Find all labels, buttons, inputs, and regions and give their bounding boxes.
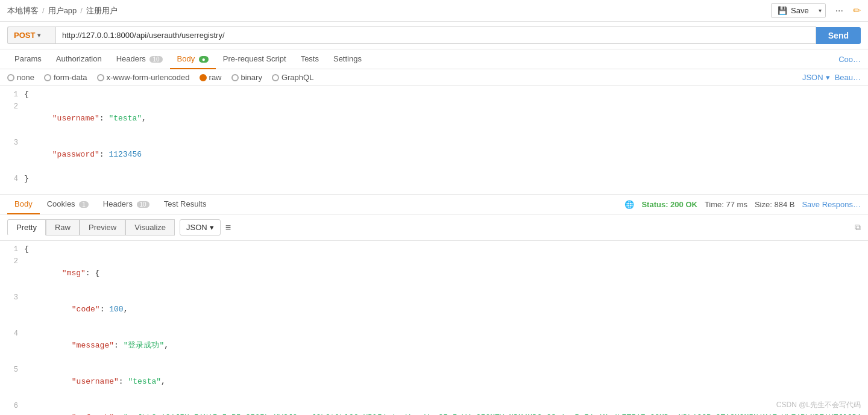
breadcrumb-part1[interactable]: 本地博客	[7, 5, 39, 16]
body-type-graphql[interactable]: GraphQL	[272, 73, 313, 82]
globe-icon: 🌐	[624, 200, 634, 209]
view-visualize[interactable]: Visualize	[125, 219, 175, 236]
req-line-4: 4 }	[0, 173, 868, 185]
req-content-3: "password": 1123456	[24, 137, 868, 173]
copy-icon[interactable]: ⧉	[855, 222, 861, 232]
top-bar: 本地博客 / 用户app / 注册用户 💾 Save ▾ ··· ✏	[0, 0, 868, 22]
req-content-2: "username": "testa",	[24, 101, 868, 137]
resp-tab-body[interactable]: Body	[7, 195, 40, 214]
save-dropdown-arrow[interactable]: ▾	[815, 5, 825, 16]
req-linenum-2: 2	[0, 101, 24, 113]
breadcrumb-sep2: /	[80, 6, 83, 15]
view-pretty[interactable]: Pretty	[7, 219, 46, 236]
radio-raw	[200, 74, 207, 81]
req-linenum-1: 1	[0, 89, 24, 101]
breadcrumb: 本地博客 / 用户app / 注册用户	[7, 5, 118, 16]
req-line-1: 1 {	[0, 89, 868, 101]
body-type-row: none form-data x-www-form-urlencoded raw…	[0, 69, 868, 86]
body-type-urlencoded[interactable]: x-www-form-urlencoded	[97, 73, 190, 82]
json-chevron: ▾	[826, 73, 830, 82]
resp-content-3: "code": 100,	[24, 292, 868, 328]
edit-icon[interactable]: ✏	[853, 5, 861, 16]
body-type-urlencoded-label: x-www-form-urlencoded	[107, 73, 190, 82]
resp-format-chevron: ▾	[210, 223, 214, 232]
view-preview[interactable]: Preview	[80, 219, 125, 236]
resp-content-2: "msg": {	[24, 255, 868, 292]
body-type-graphql-label: GraphQL	[281, 73, 313, 82]
resp-line-5: 5 "username": "testa",	[0, 364, 868, 400]
request-tabs: Params Authorization Headers 10 Body ● P…	[0, 49, 868, 69]
body-type-raw-label: raw	[209, 73, 222, 82]
save-label: Save	[791, 6, 809, 15]
save-button[interactable]: 💾 Save	[772, 4, 815, 17]
body-type-formdata[interactable]: form-data	[44, 73, 87, 82]
req-content-4: }	[24, 173, 868, 185]
body-right: JSON ▾ Beau…	[802, 73, 861, 82]
breadcrumb-part2[interactable]: 用户app	[48, 5, 77, 16]
cookies-link[interactable]: Coo…	[838, 55, 861, 64]
resp-meta: 🌐 Status: 200 OK Time: 77 ms Size: 884 B…	[624, 200, 861, 209]
resp-linenum-5: 5	[0, 364, 24, 376]
breadcrumb-sep1: /	[42, 6, 45, 15]
body-type-binary[interactable]: binary	[231, 73, 262, 82]
save-icon: 💾	[778, 6, 787, 15]
resp-size: Size: 884 B	[755, 200, 795, 209]
resp-linenum-2: 2	[0, 255, 24, 267]
filter-icon[interactable]: ≡	[225, 222, 231, 233]
tab-settings[interactable]: Settings	[326, 49, 369, 69]
tab-tests[interactable]: Tests	[294, 49, 326, 69]
req-line-2: 2 "username": "testa",	[0, 101, 868, 137]
resp-tab-headers[interactable]: Headers 10	[96, 195, 157, 214]
tab-headers[interactable]: Headers 10	[109, 49, 170, 69]
save-response-button[interactable]: Save Respons…	[802, 200, 861, 209]
resp-tab-testresults[interactable]: Test Results	[157, 195, 214, 214]
tab-params[interactable]: Params	[7, 49, 49, 69]
resp-linenum-4: 4	[0, 328, 24, 340]
beautify-link[interactable]: Beau…	[835, 73, 861, 82]
body-type-formdata-label: form-data	[54, 73, 87, 82]
body-type-none-label: none	[17, 73, 34, 82]
tab-authorization[interactable]: Authorization	[49, 49, 109, 69]
resp-content-1: {	[24, 243, 868, 255]
more-button[interactable]: ···	[831, 3, 848, 19]
watermark: CSDN @L先生不会写代码	[776, 400, 861, 410]
json-format-select[interactable]: JSON ▾	[802, 73, 830, 82]
resp-line-3: 3 "code": 100,	[0, 292, 868, 328]
send-button[interactable]: Send	[816, 27, 861, 44]
resp-format-label: JSON	[186, 223, 207, 232]
url-bar: POST ▾ Send	[0, 22, 868, 49]
resp-tab-cookies[interactable]: Cookies 1	[40, 195, 96, 214]
resp-linenum-1: 1	[0, 243, 24, 255]
tab-prerequest[interactable]: Pre-request Script	[216, 49, 294, 69]
tab-right-actions: Coo…	[838, 55, 861, 64]
json-format-label: JSON	[802, 73, 823, 82]
radio-binary	[231, 74, 239, 81]
resp-format-select[interactable]: JSON ▾	[180, 219, 221, 236]
body-type-raw[interactable]: raw	[200, 73, 222, 82]
url-input[interactable]	[55, 27, 816, 44]
resp-line-6: 6 "refresh": "eyJhbGci0iJIUzI1NiIsInR5cC…	[0, 400, 868, 415]
resp-content-6: "refresh": "eyJhbGci0iJIUzI1NiIsInR5cCI6…	[24, 400, 868, 415]
method-select[interactable]: POST ▾	[7, 27, 55, 44]
tab-body[interactable]: Body ●	[170, 49, 216, 69]
breadcrumb-part3[interactable]: 注册用户	[86, 5, 118, 16]
method-chevron: ▾	[37, 32, 40, 39]
view-raw[interactable]: Raw	[46, 219, 80, 236]
response-tabs-row: Body Cookies 1 Headers 10 Test Results 🌐…	[0, 195, 868, 214]
body-type-none[interactable]: none	[7, 73, 34, 82]
resp-content-5: "username": "testa",	[24, 364, 868, 400]
response-editor[interactable]: 1 { 2 "msg": { 3 "code": 100, 4 "message…	[0, 241, 868, 415]
resp-content-4: "message": "登录成功",	[24, 328, 868, 364]
top-actions: 💾 Save ▾ ··· ✏	[771, 3, 861, 19]
req-linenum-4: 4	[0, 173, 24, 185]
resp-view-row: Pretty Raw Preview Visualize JSON ▾ ≡ ⧉	[0, 214, 868, 241]
req-linenum-3: 3	[0, 137, 24, 149]
save-button-group: 💾 Save ▾	[771, 3, 826, 18]
resp-linenum-6: 6	[0, 400, 24, 412]
resp-status: Status: 200 OK	[641, 200, 697, 209]
body-type-binary-label: binary	[241, 73, 262, 82]
request-editor[interactable]: 1 { 2 "username": "testa", 3 "password":…	[0, 86, 868, 195]
resp-linenum-3: 3	[0, 292, 24, 304]
radio-urlencoded	[97, 74, 104, 81]
req-content-1: {	[24, 89, 868, 101]
